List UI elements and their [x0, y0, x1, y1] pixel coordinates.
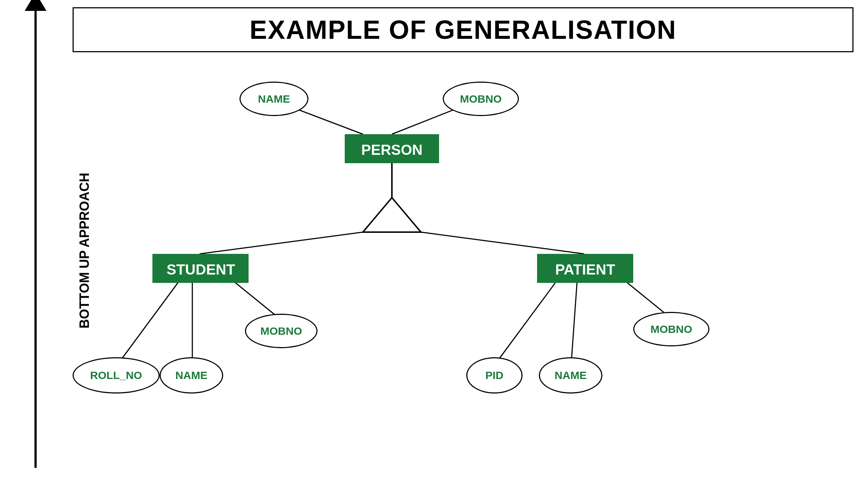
attr-mobno-top: MOBNO	[443, 82, 519, 116]
entity-student: STUDENT	[152, 254, 249, 283]
svg-line-10	[572, 283, 577, 359]
attr-pid: PID	[466, 357, 523, 394]
svg-line-4	[200, 232, 363, 254]
svg-line-9	[499, 283, 555, 359]
title-box: EXAMPLE OF GENERALISATION	[73, 7, 853, 52]
attr-mobno-patient: MOBNO	[633, 312, 709, 346]
attr-name-top: NAME	[239, 82, 308, 116]
page-title: EXAMPLE OF GENERALISATION	[250, 15, 677, 44]
attr-name-patient: NAME	[539, 357, 602, 394]
diagram-lines	[0, 0, 868, 482]
svg-line-6	[122, 283, 178, 359]
attr-name-student: NAME	[160, 357, 223, 394]
svg-marker-3	[363, 198, 421, 232]
svg-line-5	[421, 232, 584, 254]
attr-mobno-student: MOBNO	[245, 314, 318, 348]
attr-roll-no: ROLL_NO	[73, 357, 160, 394]
vertical-arrow	[34, 7, 37, 468]
vertical-label: BOTTOM UP APPROACH	[77, 173, 92, 328]
entity-patient: PATIENT	[537, 254, 633, 283]
entity-person: PERSON	[345, 134, 439, 163]
